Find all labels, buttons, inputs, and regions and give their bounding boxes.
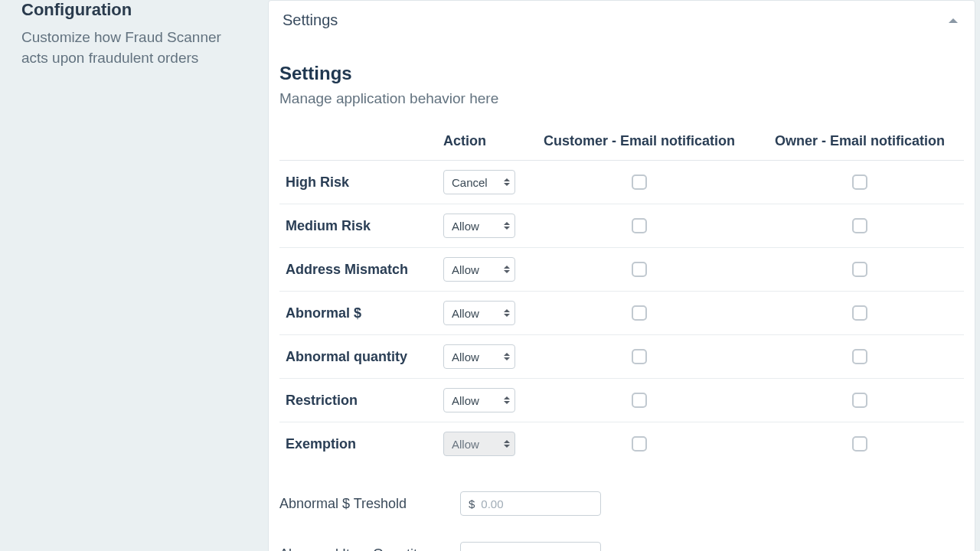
action-select-value: Allow: [452, 350, 479, 364]
owner-notify-checkbox[interactable]: [852, 262, 867, 277]
select-arrows-icon: [504, 440, 510, 448]
action-select[interactable]: Allow: [443, 301, 515, 325]
action-select[interactable]: Allow: [443, 344, 515, 369]
config-title: Configuration: [21, 0, 247, 20]
panel-header[interactable]: Settings: [269, 1, 975, 40]
table-row: High RiskCancel: [279, 161, 964, 204]
section-title: Settings: [279, 63, 964, 84]
threshold-amount-row: Abnormal $ Treshold $ 0.00: [279, 491, 964, 516]
customer-notify-checkbox[interactable]: [632, 349, 647, 364]
owner-notify-checkbox[interactable]: [852, 174, 867, 190]
table-row: Abnormal quantityAllow: [279, 335, 964, 379]
action-select[interactable]: Allow: [443, 257, 515, 282]
action-select-value: Allow: [452, 220, 479, 233]
action-select-value: Allow: [452, 438, 479, 451]
action-select[interactable]: Allow: [443, 432, 515, 456]
rule-label: Exemption: [286, 436, 356, 452]
owner-notify-checkbox[interactable]: [852, 393, 867, 408]
owner-notify-checkbox[interactable]: [852, 218, 867, 233]
table-row: RestrictionAllow: [279, 379, 964, 422]
rule-label: Restriction: [286, 393, 358, 408]
threshold-amount-input[interactable]: $ 0.00: [460, 491, 601, 516]
customer-notify-checkbox[interactable]: [632, 218, 647, 233]
customer-notify-checkbox[interactable]: [632, 262, 647, 277]
owner-notify-checkbox[interactable]: [852, 305, 867, 321]
threshold-qty-label: Abnormal Item Quantity Treshold: [279, 542, 445, 551]
select-arrows-icon: [504, 266, 510, 273]
section-subtitle: Manage application behavior here: [279, 90, 964, 107]
action-select[interactable]: Allow: [443, 214, 515, 238]
table-row: Address MismatchAllow: [279, 248, 964, 292]
threshold-amount-label: Abnormal $ Treshold: [279, 491, 445, 514]
table-row: Medium RiskAllow: [279, 204, 964, 248]
owner-notify-checkbox[interactable]: [852, 436, 867, 452]
config-description: Customize how Fraud Scanner acts upon fr…: [21, 28, 247, 68]
action-select[interactable]: Allow: [443, 388, 515, 412]
threshold-qty-input[interactable]: eg. 500: [460, 542, 601, 551]
select-arrows-icon: [504, 309, 510, 317]
rule-label: High Risk: [286, 174, 349, 190]
threshold-qty-row: Abnormal Item Quantity Treshold eg. 500: [279, 542, 964, 551]
table-row: Abnormal $Allow: [279, 292, 964, 335]
col-header-owner-notify: Owner - Email notification: [756, 126, 964, 161]
sidebar: Configuration Customize how Fraud Scanne…: [0, 0, 268, 551]
main-content: Settings Settings Manage application beh…: [268, 0, 980, 551]
rule-label: Abnormal quantity: [286, 349, 407, 364]
customer-notify-checkbox[interactable]: [632, 393, 647, 408]
action-select-value: Allow: [452, 307, 479, 320]
rules-table: Action Customer - Email notification Own…: [279, 126, 964, 465]
threshold-qty-placeholder: eg. 500: [469, 548, 507, 552]
select-arrows-icon: [504, 178, 510, 186]
select-arrows-icon: [504, 353, 510, 360]
rule-label: Medium Risk: [286, 218, 371, 233]
owner-notify-checkbox[interactable]: [852, 349, 867, 364]
select-arrows-icon: [504, 396, 510, 404]
panel-body: Settings Manage application behavior her…: [269, 40, 975, 551]
action-select-value: Allow: [452, 394, 479, 407]
threshold-amount-placeholder: 0.00: [481, 497, 503, 510]
currency-prefix: $: [469, 497, 475, 510]
panel-header-title: Settings: [283, 11, 338, 29]
rule-label: Abnormal $: [286, 305, 361, 321]
action-select[interactable]: Cancel: [443, 170, 515, 194]
col-header-action: Action: [437, 126, 523, 161]
action-select-value: Cancel: [452, 176, 488, 189]
table-row: ExemptionAllow: [279, 422, 964, 466]
customer-notify-checkbox[interactable]: [632, 436, 647, 452]
action-select-value: Allow: [452, 263, 479, 276]
customer-notify-checkbox[interactable]: [632, 174, 647, 190]
col-header-customer-notify: Customer - Email notification: [523, 126, 756, 161]
customer-notify-checkbox[interactable]: [632, 305, 647, 321]
settings-panel: Settings Settings Manage application beh…: [268, 0, 975, 551]
rule-label: Address Mismatch: [286, 262, 408, 277]
select-arrows-icon: [504, 222, 510, 230]
chevron-up-icon[interactable]: [949, 18, 958, 23]
